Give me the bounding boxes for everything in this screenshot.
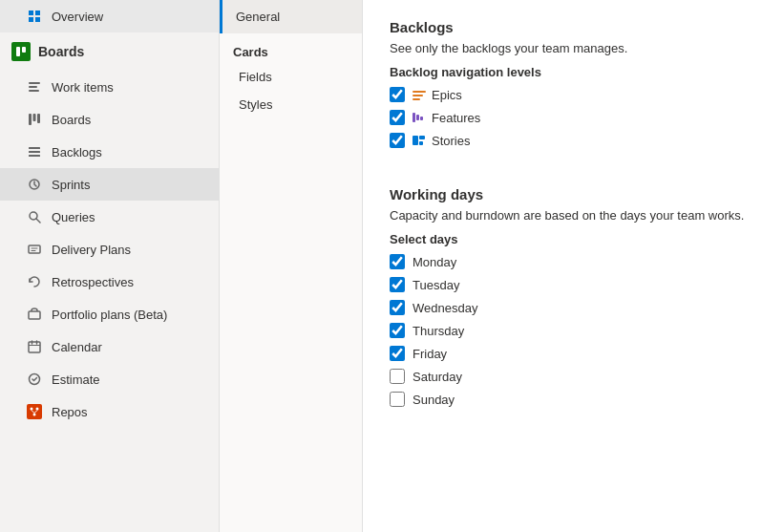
backlogs-icon (27, 144, 42, 160)
svg-rect-13 (29, 151, 40, 153)
wednesday-label: Wednesday (413, 301, 477, 315)
thursday-checkbox[interactable] (390, 323, 405, 338)
features-icon (413, 112, 426, 123)
mid-panel: General Cards Fields Styles (220, 0, 363, 532)
calendar-icon (27, 339, 42, 354)
wednesday-checkbox[interactable] (390, 300, 405, 315)
fields-item[interactable]: Fields (220, 63, 362, 91)
sidebar-item-portfolio-plans[interactable]: Portfolio plans (Beta) (0, 298, 219, 330)
sprints-label: Sprints (52, 178, 90, 192)
svg-rect-22 (29, 342, 40, 352)
features-checkbox[interactable] (390, 110, 405, 125)
features-label: Features (413, 111, 480, 125)
friday-label: Friday (413, 347, 447, 361)
svg-rect-33 (413, 95, 423, 96)
select-days-title: Select days (390, 232, 756, 246)
svg-rect-14 (29, 155, 40, 157)
svg-rect-2 (29, 17, 33, 22)
repos-icon (27, 404, 42, 419)
sidebar: Overview Boards Work items (0, 0, 220, 532)
overview-label: Overview (52, 10, 103, 24)
stories-icon (413, 135, 426, 146)
tuesday-checkbox[interactable] (390, 277, 405, 292)
estimate-label: Estimate (52, 372, 100, 387)
styles-item[interactable]: Styles (220, 91, 362, 118)
svg-rect-3 (35, 17, 40, 22)
epics-icon (413, 89, 426, 100)
saturday-label: Saturday (413, 370, 462, 384)
sidebar-item-queries[interactable]: Queries (0, 201, 219, 233)
svg-rect-36 (416, 115, 419, 120)
monday-checkbox[interactable] (390, 254, 405, 269)
svg-rect-21 (29, 311, 40, 319)
saturday-row: Saturday (390, 369, 756, 384)
sunday-checkbox[interactable] (390, 392, 405, 407)
stories-label: Stories (413, 134, 470, 148)
svg-point-28 (36, 408, 39, 411)
sidebar-boards-header[interactable]: Boards (0, 32, 219, 71)
svg-rect-7 (29, 86, 37, 88)
svg-rect-1 (35, 11, 40, 15)
svg-point-27 (31, 408, 33, 411)
tuesday-row: Tuesday (390, 277, 756, 292)
backlogs-label: Backlogs (52, 145, 102, 160)
general-tab[interactable]: General (220, 0, 362, 33)
epics-label: Epics (413, 88, 462, 102)
queries-icon (27, 209, 42, 224)
svg-rect-35 (413, 113, 415, 122)
work-items-icon (27, 79, 42, 95)
svg-rect-10 (33, 114, 36, 121)
estimate-icon (27, 372, 42, 387)
working-days-title: Working days (390, 186, 756, 202)
work-items-label: Work items (52, 80, 114, 95)
cards-section-header: Cards (220, 33, 362, 63)
portfolio-plans-label: Portfolio plans (Beta) (52, 308, 167, 322)
retrospectives-icon (27, 274, 42, 289)
svg-line-17 (36, 219, 40, 223)
svg-rect-32 (413, 91, 426, 93)
sidebar-item-sprints[interactable]: Sprints (0, 168, 219, 201)
backlogs-description: See only the backlogs your team manages. (390, 41, 756, 55)
svg-rect-34 (413, 98, 420, 100)
monday-row: Monday (390, 254, 756, 269)
svg-point-29 (33, 414, 36, 416)
sidebar-item-work-items[interactable]: Work items (0, 71, 219, 103)
boards-header-icon (11, 42, 31, 61)
boards-icon (27, 112, 42, 127)
sidebar-item-estimate[interactable]: Estimate (0, 363, 219, 395)
sidebar-item-repos[interactable]: Repos (0, 395, 219, 428)
epics-checkbox[interactable] (390, 87, 405, 102)
friday-checkbox[interactable] (390, 346, 405, 361)
sidebar-item-overview[interactable]: Overview (0, 0, 219, 32)
sidebar-item-calendar[interactable]: Calendar (0, 330, 219, 363)
portfolio-plans-icon (27, 307, 42, 322)
svg-rect-9 (29, 114, 32, 125)
delivery-plans-icon (27, 242, 42, 257)
svg-line-31 (34, 411, 37, 414)
svg-rect-4 (16, 47, 20, 56)
repos-label: Repos (52, 405, 88, 419)
wednesday-row: Wednesday (390, 300, 756, 315)
tuesday-label: Tuesday (413, 278, 459, 292)
calendar-label: Calendar (52, 340, 102, 354)
svg-rect-38 (413, 136, 418, 145)
sidebar-item-boards[interactable]: Boards (0, 103, 219, 136)
fields-label: Fields (239, 70, 272, 84)
sidebar-item-retrospectives[interactable]: Retrospectives (0, 266, 219, 298)
stories-checkbox[interactable] (390, 133, 405, 148)
sidebar-item-delivery-plans[interactable]: Delivery Plans (0, 233, 219, 266)
saturday-checkbox[interactable] (390, 369, 405, 384)
sprints-icon (27, 177, 42, 192)
svg-rect-6 (29, 82, 40, 84)
backlogs-section: Backlogs See only the backlogs your team… (390, 19, 756, 148)
svg-rect-12 (29, 147, 40, 149)
stories-row: Stories (390, 133, 756, 148)
overview-icon (27, 9, 42, 24)
svg-rect-39 (419, 136, 425, 139)
main-content: Backlogs See only the backlogs your team… (363, 0, 783, 532)
retrospectives-label: Retrospectives (52, 275, 134, 289)
epics-row: Epics (390, 87, 756, 102)
svg-rect-40 (419, 141, 423, 145)
sidebar-item-backlogs[interactable]: Backlogs (0, 136, 219, 168)
thursday-row: Thursday (390, 323, 756, 338)
